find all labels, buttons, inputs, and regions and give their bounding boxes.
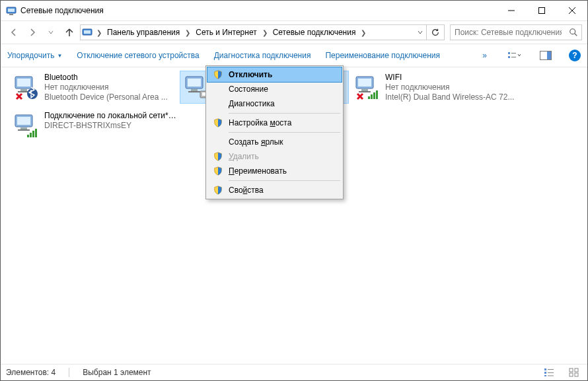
- connection-item-bluetooth[interactable]: Bluetooth Нет подключения Bluetooth Devi…: [10, 71, 178, 104]
- svg-rect-33: [371, 94, 373, 99]
- rename-cmd[interactable]: Переименование подключения: [325, 51, 440, 60]
- svg-line-10: [575, 34, 577, 36]
- menu-item[interactable]: Создать ярлык: [207, 135, 342, 149]
- svg-rect-29: [358, 79, 371, 87]
- shield-icon: [210, 118, 226, 127]
- command-bar: Упорядочить▼ Отключение сетевого устройс…: [1, 44, 587, 67]
- menu-separator: [229, 180, 340, 181]
- svg-rect-53: [575, 373, 578, 376]
- svg-point-9: [570, 29, 575, 34]
- svg-rect-11: [508, 52, 510, 54]
- shield-icon: [210, 152, 226, 161]
- breadcrumb-sep[interactable]: ❯: [94, 29, 104, 36]
- minimize-button[interactable]: [496, 1, 527, 20]
- overflow-button[interactable]: »: [478, 51, 491, 60]
- svg-rect-18: [17, 79, 30, 87]
- address-bar[interactable]: ❯ Панель управления ❯ Сеть и Интернет ❯ …: [80, 24, 445, 40]
- back-button[interactable]: [6, 24, 22, 40]
- svg-rect-45: [544, 372, 546, 374]
- connection-name: Подключение по локальной сети* 13: [44, 111, 176, 121]
- shield-icon: [210, 166, 226, 176]
- breadcrumb-sep[interactable]: ❯: [358, 29, 369, 36]
- menu-item[interactable]: Отключить: [207, 67, 342, 82]
- status-selected: Выбран 1 элемент: [83, 368, 151, 377]
- status-count: Элементов: 4: [6, 368, 55, 377]
- svg-rect-4: [539, 8, 545, 14]
- network-icon: [11, 111, 40, 140]
- maximize-button[interactable]: [527, 1, 557, 20]
- svg-rect-35: [376, 90, 378, 99]
- menu-separator: [229, 113, 340, 114]
- menu-item-label: Удалить: [226, 152, 259, 161]
- menu-item[interactable]: Диагностика: [207, 96, 342, 111]
- status-bar: Элементов: 4 Выбран 1 элемент: [1, 364, 587, 380]
- breadcrumb-item[interactable]: Панель управления: [104, 28, 182, 37]
- search-box[interactable]: [450, 24, 582, 40]
- menu-separator: [229, 132, 340, 133]
- svg-rect-39: [18, 129, 30, 131]
- help-button[interactable]: ?: [569, 50, 581, 61]
- refresh-button[interactable]: [426, 25, 444, 40]
- forward-button[interactable]: [24, 24, 40, 40]
- organize-menu[interactable]: Упорядочить▼: [7, 51, 62, 60]
- large-icons-view-button[interactable]: [566, 366, 582, 379]
- recent-dropdown[interactable]: [43, 24, 59, 40]
- close-button[interactable]: [557, 1, 587, 20]
- svg-rect-25: [188, 91, 200, 92]
- connection-device: Intel(R) Dual Band Wireless-AC 72...: [385, 92, 514, 102]
- menu-item-label: Отключить: [226, 70, 272, 79]
- network-icon: [352, 73, 381, 102]
- disable-device-cmd[interactable]: Отключение сетевого устройства: [77, 51, 199, 60]
- menu-item: Удалить: [207, 149, 342, 164]
- connection-status: Нет подключения: [44, 83, 168, 92]
- address-dropdown[interactable]: [414, 30, 426, 35]
- menu-item[interactable]: Переименовать: [207, 164, 342, 178]
- preview-pane-button[interactable]: [537, 48, 554, 63]
- svg-rect-12: [508, 56, 510, 58]
- svg-rect-42: [32, 131, 34, 137]
- shield-icon: [210, 186, 226, 195]
- svg-rect-40: [27, 135, 29, 137]
- breadcrumb-sep[interactable]: ❯: [260, 29, 270, 36]
- svg-rect-43: [35, 129, 37, 137]
- details-view-button[interactable]: [541, 366, 557, 379]
- search-input[interactable]: [451, 28, 566, 37]
- menu-item[interactable]: Свойства: [207, 183, 342, 197]
- network-icon: [11, 73, 40, 102]
- svg-rect-16: [547, 52, 551, 59]
- shield-icon: [210, 70, 226, 79]
- breadcrumb-sep[interactable]: ❯: [182, 29, 193, 36]
- menu-item[interactable]: Состояние: [207, 82, 342, 96]
- menu-item[interactable]: Настройка моста: [207, 116, 342, 130]
- svg-rect-52: [570, 373, 573, 376]
- window-title: Сетевые подключения: [20, 6, 496, 15]
- breadcrumb-item[interactable]: Сеть и Интернет: [193, 28, 259, 37]
- connection-item-local[interactable]: Подключение по локальной сети* 13 DIRECT…: [10, 110, 178, 141]
- svg-rect-37: [17, 117, 30, 125]
- navigation-bar: ❯ Панель управления ❯ Сеть и Интернет ❯ …: [1, 20, 587, 44]
- menu-item-label: Создать ярлык: [226, 137, 283, 147]
- connection-device: Bluetooth Device (Personal Area ...: [44, 92, 168, 102]
- svg-rect-8: [84, 30, 91, 34]
- menu-item-label: Диагностика: [226, 99, 275, 108]
- diagnose-cmd[interactable]: Диагностика подключения: [214, 51, 311, 60]
- menu-item-label: Свойства: [226, 186, 264, 195]
- title-bar: Сетевые подключения: [1, 1, 587, 20]
- app-icon: [6, 5, 17, 16]
- svg-rect-46: [544, 375, 546, 376]
- connection-name: Bluetooth: [44, 73, 168, 83]
- svg-rect-50: [570, 368, 573, 372]
- menu-item-label: Переименовать: [226, 166, 287, 176]
- connection-item-wifi[interactable]: WIFI Нет подключения Intel(R) Dual Band …: [351, 71, 519, 104]
- svg-rect-1: [8, 9, 15, 12]
- location-icon: [81, 27, 94, 38]
- svg-rect-32: [368, 96, 370, 99]
- svg-rect-30: [361, 89, 368, 91]
- view-options-button[interactable]: [505, 48, 523, 63]
- svg-rect-38: [20, 127, 27, 129]
- menu-item-label: Состояние: [226, 85, 268, 94]
- search-icon[interactable]: [566, 28, 581, 37]
- up-button[interactable]: [61, 24, 77, 40]
- connection-name: WIFI: [385, 73, 514, 83]
- breadcrumb-item[interactable]: Сетевые подключения: [270, 28, 359, 37]
